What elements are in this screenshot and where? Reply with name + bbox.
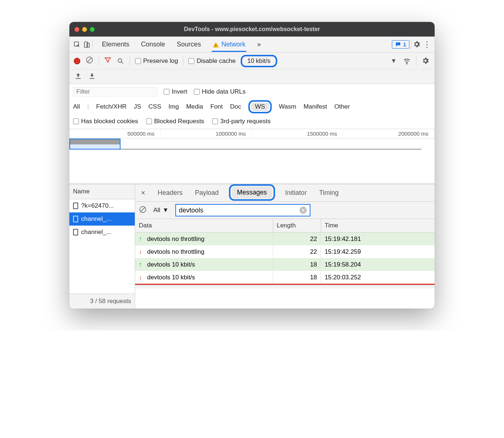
- settings-icon[interactable]: [413, 40, 421, 49]
- type-ws-highlighted[interactable]: WS: [248, 100, 271, 113]
- message-search[interactable]: ✕: [175, 204, 310, 216]
- message-row[interactable]: ↑ devtools no throttling2215:19:42.181: [135, 233, 435, 246]
- request-row[interactable]: ?k=62470...: [69, 199, 135, 212]
- import-har-icon[interactable]: [88, 72, 96, 81]
- timeline-tick: 1500000 ms: [252, 129, 343, 138]
- hide-data-urls-checkbox[interactable]: Hide data URLs: [194, 88, 246, 95]
- request-row[interactable]: channel_...: [69, 226, 135, 239]
- inspect-element-icon[interactable]: [73, 41, 81, 49]
- message-search-input[interactable]: [179, 207, 299, 214]
- devtools-window: DevTools - www.piesocket.com/websocket-t…: [69, 22, 435, 309]
- network-settings-icon[interactable]: [421, 57, 430, 65]
- type-img[interactable]: Img: [168, 103, 179, 110]
- feedback-button[interactable]: 1: [392, 40, 409, 49]
- request-count-status: 3 / 58 requests: [69, 294, 135, 309]
- message-time: 15:19:42.181: [321, 233, 435, 246]
- tab-headers[interactable]: Headers: [156, 185, 185, 200]
- clear-search-icon[interactable]: ✕: [299, 207, 307, 214]
- message-data: devtools 10 kbit/s: [147, 261, 195, 268]
- message-length: 18: [273, 258, 321, 271]
- separator: [183, 56, 183, 66]
- col-length[interactable]: Length: [273, 219, 321, 233]
- type-other[interactable]: Other: [334, 103, 350, 110]
- svg-point-7: [406, 63, 407, 64]
- device-toolbar-icon[interactable]: [83, 41, 91, 49]
- message-time: 15:19:58.204: [321, 258, 435, 271]
- request-row[interactable]: channel_...: [69, 212, 135, 226]
- type-filters: All | Fetch/XHR JS CSS Img Media Font Do…: [73, 98, 431, 116]
- wifi-icon[interactable]: [403, 57, 411, 65]
- chevron-down-icon: ▼: [163, 207, 169, 214]
- throttling-select[interactable]: 10 kbit/s: [241, 55, 277, 67]
- clear-messages-button[interactable]: [139, 205, 147, 215]
- invert-label: Invert: [172, 88, 187, 95]
- messages-filter-bar: All ▼ ✕: [135, 202, 435, 219]
- panel-tabs: Elements Console Sources Network »: [101, 37, 261, 52]
- message-length: 22: [273, 233, 321, 246]
- tab-messages[interactable]: Messages: [229, 184, 275, 201]
- arrow-up-icon: ↑: [139, 235, 145, 243]
- blocked-cookies-checkbox[interactable]: Has blocked cookies: [73, 118, 138, 125]
- timeline-baseline: [69, 149, 421, 150]
- type-fetch-xhr[interactable]: Fetch/XHR: [96, 103, 126, 110]
- type-js[interactable]: JS: [134, 103, 141, 110]
- search-icon[interactable]: [117, 57, 125, 65]
- message-length: 22: [273, 245, 321, 258]
- tab-network[interactable]: Network: [212, 37, 246, 52]
- disable-cache-checkbox[interactable]: Disable cache: [188, 57, 236, 65]
- preserve-log-checkbox[interactable]: Preserve log: [135, 57, 178, 65]
- request-name: ?k=62470...: [81, 202, 114, 209]
- separator: [99, 56, 99, 66]
- message-type-select[interactable]: All ▼: [150, 207, 172, 214]
- messages-table: Data Length Time ↑ devtools no throttlin…: [135, 219, 435, 284]
- separator: [411, 40, 411, 49]
- clear-button[interactable]: [85, 56, 93, 66]
- message-row[interactable]: ↓ devtools 10 kbit/s1815:20:03.252: [135, 271, 435, 284]
- tab-initiator[interactable]: Initiator: [283, 185, 309, 200]
- type-font[interactable]: Font: [210, 103, 223, 110]
- type-media[interactable]: Media: [186, 103, 203, 110]
- request-name: channel_...: [81, 215, 111, 223]
- col-time[interactable]: Time: [321, 219, 435, 233]
- third-party-checkbox[interactable]: 3rd-party requests: [212, 118, 271, 125]
- throttling-dropdown-icon[interactable]: ▼: [390, 57, 398, 65]
- message-time: 15:20:03.252: [321, 271, 435, 284]
- type-doc[interactable]: Doc: [230, 103, 241, 110]
- separator: [130, 56, 130, 66]
- invert-checkbox[interactable]: Invert: [164, 88, 187, 95]
- type-css[interactable]: CSS: [148, 103, 161, 110]
- request-detail: × Headers Payload Messages Initiator Tim…: [135, 184, 435, 309]
- arrow-down-icon: ↓: [139, 273, 145, 281]
- filter-input[interactable]: [73, 87, 157, 97]
- timeline-tick: 2000000 ms: [343, 129, 435, 138]
- tab-sources[interactable]: Sources: [176, 37, 202, 52]
- close-detail-button[interactable]: ×: [139, 189, 148, 197]
- export-har-icon[interactable]: [75, 72, 82, 81]
- more-tabs-button[interactable]: »: [256, 37, 261, 52]
- tab-network-label: Network: [221, 41, 245, 48]
- file-icon: [73, 229, 78, 235]
- separator: [92, 40, 92, 49]
- filter-toggle-icon[interactable]: [104, 56, 111, 65]
- tab-elements[interactable]: Elements: [101, 37, 130, 52]
- type-wasm[interactable]: Wasm: [279, 103, 297, 110]
- col-data[interactable]: Data: [135, 219, 273, 233]
- request-list: Name ?k=62470... channel_... channel_...…: [69, 184, 135, 309]
- more-menu-icon[interactable]: ⋮: [423, 41, 431, 49]
- svg-rect-4: [215, 46, 216, 47]
- timeline-tick: 500000 ms: [69, 129, 161, 138]
- message-time: 15:19:42.259: [321, 245, 435, 258]
- tab-timing[interactable]: Timing: [317, 185, 341, 200]
- record-button[interactable]: [74, 58, 80, 64]
- timeline-overview[interactable]: 500000 ms 1000000 ms 1500000 ms 2000000 …: [69, 129, 435, 184]
- tab-payload[interactable]: Payload: [193, 185, 221, 200]
- tab-console[interactable]: Console: [140, 37, 166, 52]
- type-manifest[interactable]: Manifest: [303, 103, 327, 110]
- warning-icon: [213, 42, 219, 48]
- message-row[interactable]: ↓ devtools no throttling2215:19:42.259: [135, 245, 435, 258]
- type-all[interactable]: All: [73, 103, 80, 110]
- separator: [416, 56, 416, 66]
- blocked-requests-checkbox[interactable]: Blocked Requests: [146, 118, 204, 125]
- message-row[interactable]: ↑ devtools 10 kbit/s1815:19:58.204: [135, 258, 435, 271]
- message-length: 18: [273, 271, 321, 284]
